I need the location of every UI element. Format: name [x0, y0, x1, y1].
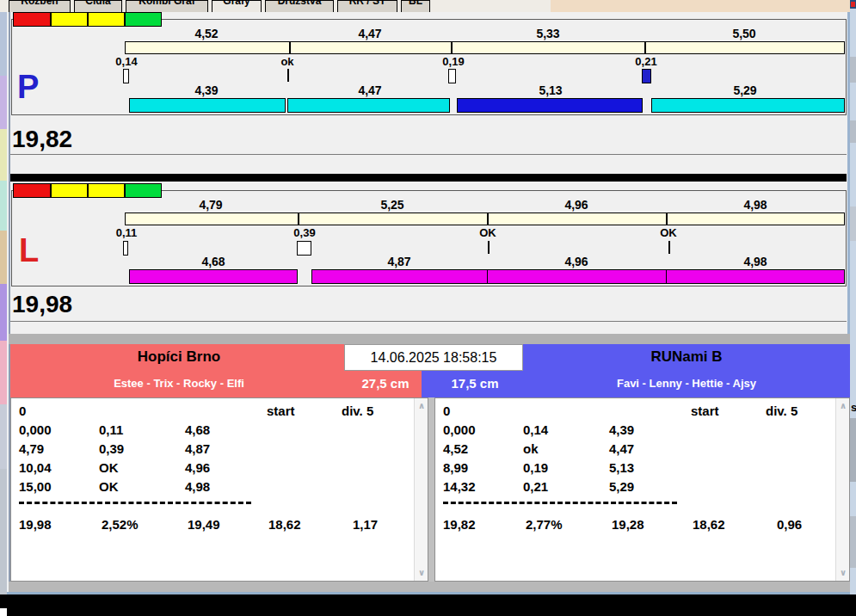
team-right-dogs: Favi - Lenny - Hettie - Ajsy	[617, 377, 756, 390]
team-left-dogs: Estee - Trix - Rocky - Elfi	[114, 377, 244, 390]
l-dog-bar-3	[487, 269, 667, 284]
light-yellow-1	[51, 183, 88, 198]
team-left-height: 27,5 cm	[361, 376, 409, 391]
light-yellow-2	[88, 12, 125, 27]
p-dog-bar-2	[287, 98, 450, 113]
l-exchange-tick-3	[488, 241, 490, 254]
tl-cell: OK	[99, 479, 119, 494]
tr-scrollbar[interactable]: ∧ ∨	[835, 398, 849, 581]
light-yellow-2	[88, 183, 125, 198]
sliver-red-dot	[851, 2, 855, 7]
result-table-right	[434, 397, 850, 582]
tr-total: 2,77%	[526, 517, 563, 532]
tl-cell: OK	[99, 460, 119, 475]
scroll-down-icon[interactable]: ∨	[836, 568, 850, 577]
window-bottom-strip	[9, 582, 850, 592]
p-top-time-1: 4,52	[194, 27, 218, 40]
tr-start-label: start	[691, 403, 719, 418]
l-dog-time-3: 4,96	[564, 255, 588, 268]
light-green	[125, 12, 162, 27]
light-green	[125, 183, 162, 198]
l-top-time-4: 4,98	[743, 198, 767, 212]
p-cumulative-bar	[125, 41, 845, 54]
tr-cell: ok	[523, 441, 539, 456]
p-exchange-2: ok	[280, 55, 293, 68]
scroll-up-icon[interactable]: ∧	[836, 401, 850, 410]
tr-cell: 5,29	[609, 479, 634, 494]
table-gap	[428, 397, 434, 582]
tab-label: Cidla	[75, 0, 121, 7]
tl-scrollbar[interactable]: ∧ ∨	[414, 398, 428, 581]
p-exchange-1: 0,14	[115, 55, 137, 68]
result-table-left	[10, 397, 428, 582]
team-left-name: Hopíci Brno	[138, 348, 220, 366]
background-window-right-sliver: s	[850, 0, 856, 594]
tl-cell: 4,68	[185, 422, 210, 437]
datetime-text: 14.06.2025 18:58:15	[371, 350, 497, 365]
l-dog-time-4: 4,98	[743, 255, 767, 268]
tl-first: 0	[19, 403, 26, 418]
panel-l-light-strip	[13, 183, 162, 198]
tl-total: 2,52%	[102, 517, 139, 532]
tr-div-label: div. 5	[766, 403, 797, 418]
panel-p-letter: P	[17, 71, 39, 103]
p-dog-bar-4	[651, 98, 845, 113]
tab-druzstva[interactable]: Druzstva	[265, 0, 334, 12]
l-dog-bar-1	[129, 269, 298, 284]
tl-total: 19,49	[188, 517, 220, 532]
app-window: Rozbeh Cidla Kombi Graf Grafy Druzstva R…	[0, 0, 856, 616]
l-dog-time-2: 4,87	[387, 255, 410, 268]
scroll-down-icon[interactable]: ∨	[415, 568, 428, 577]
tab-kombi-graf[interactable]: Kombi Graf	[126, 0, 208, 12]
tl-cell: 4,87	[185, 441, 210, 456]
tr-cell: 0,000	[443, 422, 476, 437]
tab-bl[interactable]: BL	[401, 0, 430, 12]
tr-total: 18,62	[693, 517, 725, 532]
p-exchange-tick-2	[287, 69, 289, 82]
l-dog-time-1: 4,68	[201, 255, 225, 268]
tr-first: 0	[443, 403, 450, 418]
tab-label: Rozbeh	[9, 0, 70, 7]
tab-cidla[interactable]: Cidla	[74, 0, 122, 12]
bottom-left-white-sliver	[0, 608, 7, 616]
scroll-up-icon[interactable]: ∧	[415, 401, 428, 410]
l-exchange-box-1	[123, 241, 128, 256]
p-exchange-box-4	[642, 69, 651, 83]
tr-cell: 8,99	[443, 460, 468, 475]
bar-divider	[298, 213, 299, 225]
tl-start-label: start	[267, 403, 295, 418]
p-dog-time-1: 4,39	[194, 83, 218, 97]
tab-rozbeh[interactable]: Rozbeh	[9, 0, 71, 12]
tl-total: 18,62	[268, 517, 301, 532]
p-dog-bar-3	[457, 98, 643, 113]
tl-cell: 4,98	[185, 479, 210, 494]
l-exchange-4: OK	[660, 226, 677, 239]
l-exchange-2: 0,39	[293, 226, 315, 239]
p-dog-bar-1	[129, 98, 286, 113]
l-top-time-2: 5,25	[380, 198, 403, 212]
tr-cell: 4,47	[609, 441, 634, 456]
light-red	[13, 183, 51, 198]
l-cumulative-bar	[125, 213, 845, 225]
tab-bar: Rozbeh Cidla Kombi Graf Grafy Druzstva R…	[0, 0, 856, 12]
datetime-box: 14.06.2025 18:58:15	[344, 344, 523, 371]
tl-total: 19,98	[19, 517, 52, 532]
l-exchange-box-2	[297, 241, 311, 256]
tab-label: Kombi Graf	[126, 0, 207, 7]
tab-rr-st[interactable]: RR / ST	[337, 0, 397, 12]
p-exchange-box-3	[448, 69, 456, 83]
divider-line	[10, 154, 847, 155]
light-yellow-1	[51, 12, 88, 27]
bar-divider	[451, 42, 453, 53]
tr-dashed-separator	[443, 502, 677, 504]
divider-line	[10, 321, 847, 322]
tl-cell: 0,11	[99, 422, 123, 437]
panel-p-light-strip	[13, 12, 162, 27]
tr-cell: 0,21	[523, 479, 548, 494]
tr-cell: 0,19	[523, 460, 548, 475]
p-top-time-2: 4,47	[358, 27, 381, 40]
section-separator	[9, 334, 850, 344]
tr-cell: 14,32	[443, 479, 476, 494]
l-exchange-3: OK	[479, 226, 496, 239]
tab-grafy[interactable]: Grafy	[212, 0, 262, 12]
